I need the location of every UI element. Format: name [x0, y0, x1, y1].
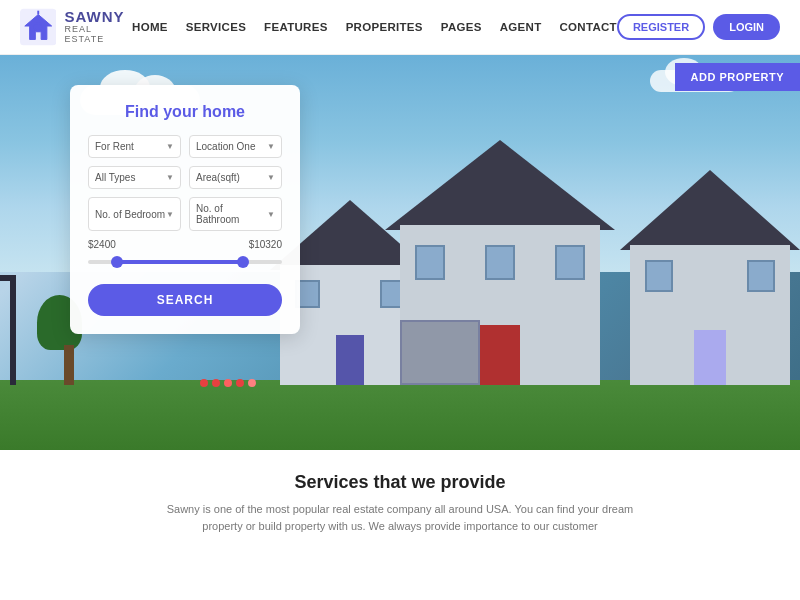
ground [0, 380, 800, 450]
nav: HOME SERVICES FEATURES PROPERITES PAGES … [132, 21, 617, 33]
window [555, 245, 585, 280]
window [485, 245, 515, 280]
search-button[interactable]: SEARCH [88, 284, 282, 316]
logo: SAWNY REAL ESTATE [20, 8, 132, 46]
area-label: Area(sqft) [196, 172, 240, 183]
logo-sub: REAL ESTATE [64, 25, 132, 45]
flower [200, 379, 208, 387]
slider-thumb-min[interactable] [111, 256, 123, 268]
chevron-down-icon: ▼ [267, 142, 275, 151]
body-right [630, 245, 790, 385]
bathroom-label: No. of Bathroom [196, 203, 267, 225]
search-card: Find your home For Rent ▼ Location One ▼… [70, 85, 300, 334]
nav-properties[interactable]: PROPERITES [346, 21, 423, 33]
location-label: Location One [196, 141, 256, 152]
price-min: $2400 [88, 239, 116, 250]
header: SAWNY REAL ESTATE HOME SERVICES FEATURES… [0, 0, 800, 55]
body-left [280, 265, 420, 385]
roof-center [385, 140, 615, 230]
form-row-3: No. of Bedroom ▼ No. of Bathroom ▼ [88, 197, 282, 231]
chevron-down-icon: ▼ [166, 173, 174, 182]
location-select[interactable]: Location One ▼ [189, 135, 282, 158]
price-labels: $2400 $10320 [88, 239, 282, 250]
slider-fill [117, 260, 243, 264]
services-section: Services that we provide Sawny is one of… [0, 450, 800, 544]
nav-agent[interactable]: AGENT [500, 21, 542, 33]
price-max: $10320 [249, 239, 282, 250]
flower [236, 379, 244, 387]
area-select[interactable]: Area(sqft) ▼ [189, 166, 282, 189]
garage-door [400, 320, 480, 385]
nav-features[interactable]: FEATURES [264, 21, 328, 33]
chevron-down-icon: ▼ [267, 210, 275, 219]
nav-home[interactable]: HOME [132, 21, 168, 33]
services-description: Sawny is one of the most popular real es… [150, 501, 650, 534]
flower [248, 379, 256, 387]
street-lamp [10, 275, 16, 385]
type-select[interactable]: All Types ▼ [88, 166, 181, 189]
rent-label: For Rent [95, 141, 134, 152]
header-buttons: REGISTER LOGIN [617, 14, 780, 40]
nav-contact[interactable]: CONTACT [559, 21, 616, 33]
door-left [336, 335, 364, 385]
form-row-1: For Rent ▼ Location One ▼ [88, 135, 282, 158]
body-center [400, 225, 600, 385]
tree-trunk [64, 345, 74, 385]
add-property-button[interactable]: ADD PROPERTY [675, 63, 800, 91]
nav-pages[interactable]: PAGES [441, 21, 482, 33]
form-row-2: All Types ▼ Area(sqft) ▼ [88, 166, 282, 189]
services-title: Services that we provide [20, 472, 780, 493]
logo-text: SAWNY REAL ESTATE [64, 9, 132, 45]
door-center [480, 325, 520, 385]
flower [224, 379, 232, 387]
hero-section: ADD PROPERTY Find your home For Rent ▼ L… [0, 55, 800, 450]
logo-icon [20, 8, 56, 46]
flowers [200, 379, 256, 387]
window [415, 245, 445, 280]
slider-track [88, 260, 282, 264]
bedroom-select[interactable]: No. of Bedroom ▼ [88, 197, 181, 231]
slider-thumb-max[interactable] [237, 256, 249, 268]
register-button[interactable]: REGISTER [617, 14, 705, 40]
house-group [300, 95, 770, 385]
bathroom-select[interactable]: No. of Bathroom ▼ [189, 197, 282, 231]
rent-select[interactable]: For Rent ▼ [88, 135, 181, 158]
window [645, 260, 673, 292]
nav-services[interactable]: SERVICES [186, 21, 246, 33]
type-label: All Types [95, 172, 135, 183]
login-button[interactable]: LOGIN [713, 14, 780, 40]
price-range: $2400 $10320 [88, 239, 282, 270]
flower [212, 379, 220, 387]
chevron-down-icon: ▼ [166, 142, 174, 151]
window [747, 260, 775, 292]
search-card-title: Find your home [88, 103, 282, 121]
bedroom-label: No. of Bedroom [95, 209, 165, 220]
chevron-down-icon: ▼ [166, 210, 174, 219]
chevron-down-icon: ▼ [267, 173, 275, 182]
roof-right [620, 170, 800, 250]
price-slider[interactable] [88, 254, 282, 270]
logo-name: SAWNY [64, 9, 132, 26]
door-right [694, 330, 726, 385]
